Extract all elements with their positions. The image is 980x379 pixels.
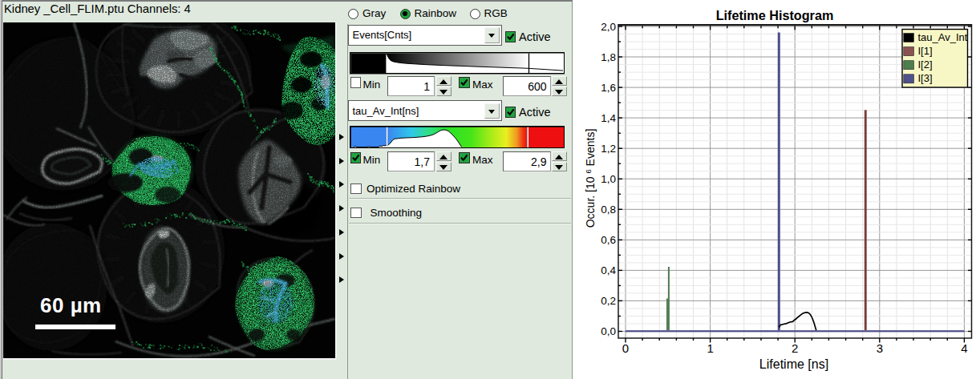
svg-text:tau_Av_Int: tau_Av_Int bbox=[918, 31, 968, 43]
svg-text:0,6: 0,6 bbox=[601, 234, 616, 246]
svg-text:1,4: 1,4 bbox=[601, 112, 616, 124]
svg-text:Lifetime [ns]: Lifetime [ns] bbox=[759, 357, 828, 371]
svg-text:Lifetime Histogram: Lifetime Histogram bbox=[716, 8, 834, 22]
svg-text:0,4: 0,4 bbox=[601, 264, 616, 276]
svg-text:I[2]: I[2] bbox=[918, 58, 933, 71]
svg-text:I[1]: I[1] bbox=[918, 45, 933, 57]
svg-text:1,0: 1,0 bbox=[601, 173, 616, 185]
svg-text:60 µm: 60 µm bbox=[40, 293, 102, 317]
svg-text:1,6: 1,6 bbox=[601, 82, 616, 94]
svg-text:2: 2 bbox=[792, 341, 798, 355]
svg-text:0: 0 bbox=[622, 341, 629, 355]
svg-text:2,0: 2,0 bbox=[601, 21, 616, 33]
svg-text:0,8: 0,8 bbox=[601, 204, 616, 216]
svg-text:4: 4 bbox=[961, 341, 967, 355]
svg-text:Occur. [10 6 Events]: Occur. [10 6 Events] bbox=[584, 129, 597, 228]
svg-text:1,2: 1,2 bbox=[601, 143, 616, 155]
svg-text:I[3]: I[3] bbox=[918, 72, 933, 84]
svg-text:0,0: 0,0 bbox=[601, 325, 616, 337]
svg-text:0,2: 0,2 bbox=[601, 295, 616, 307]
svg-text:1,8: 1,8 bbox=[601, 51, 616, 63]
svg-text:3: 3 bbox=[877, 341, 883, 355]
svg-text:1: 1 bbox=[707, 341, 713, 355]
